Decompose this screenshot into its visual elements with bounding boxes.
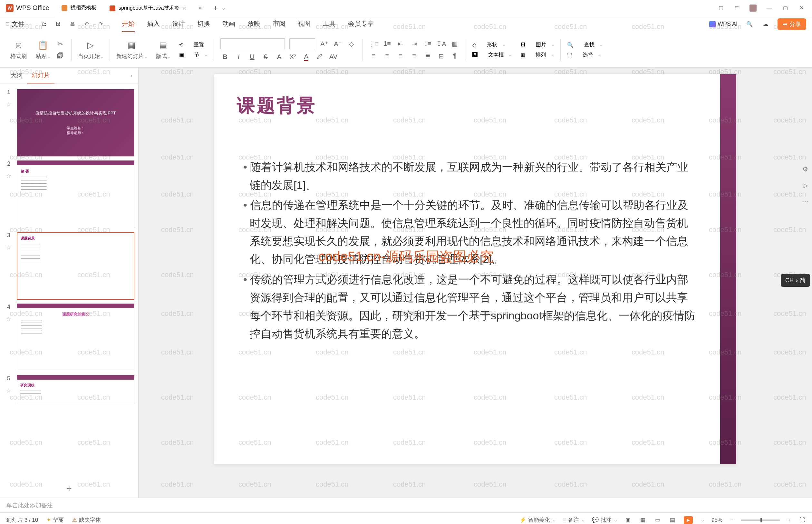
thumbnail-5[interactable]: 研究现状 ━━━━━━━━━━━━━━━━━━━━━━━━━━━━━━━━ bbox=[17, 375, 134, 404]
file-menu[interactable]: ≡ 文件 ⌵ bbox=[6, 20, 30, 28]
numbering-icon[interactable]: 1≡ bbox=[382, 39, 392, 48]
maximize-button[interactable]: ▢ bbox=[782, 4, 789, 12]
tab-home[interactable]: 开始 bbox=[122, 16, 135, 32]
text-effect-icon[interactable]: A bbox=[275, 52, 284, 62]
undo-icon[interactable]: ↶ bbox=[82, 20, 91, 28]
notes-bar[interactable]: 单击此处添加备注 bbox=[0, 497, 812, 512]
close-window-button[interactable]: ✕ bbox=[798, 4, 805, 12]
notes-view-icon[interactable]: ▤ bbox=[669, 517, 676, 524]
char-spacing-icon[interactable]: AV bbox=[329, 52, 338, 62]
slides-tab[interactable]: 幻灯片 bbox=[27, 68, 54, 83]
tab-slideshow[interactable]: 放映 bbox=[247, 16, 260, 32]
textbox-button[interactable]: 🅰 文本框⌵ bbox=[473, 52, 511, 58]
italic-icon[interactable]: I bbox=[234, 52, 243, 62]
superscript-icon[interactable]: X² bbox=[288, 52, 297, 62]
minimize-button[interactable]: — bbox=[766, 4, 773, 12]
thumbnail-3[interactable]: 课题背景 ━━━━━━━━━━━━━━━━━━━━━━━━━━━━━━━━━━━… bbox=[17, 232, 134, 300]
columns-icon[interactable]: ▦ bbox=[450, 39, 459, 48]
align-center-icon[interactable]: ≡ bbox=[382, 52, 392, 61]
bold-icon[interactable]: B bbox=[220, 52, 229, 62]
highlight-icon[interactable]: 🖍 bbox=[315, 52, 324, 62]
add-slide-button[interactable]: + bbox=[0, 479, 138, 497]
font-family-select[interactable] bbox=[220, 38, 285, 49]
open-icon[interactable]: 🗁 bbox=[40, 20, 48, 28]
line-spacing-icon[interactable]: ↕≡ bbox=[423, 39, 432, 48]
slide-title[interactable]: 课题背景 bbox=[237, 94, 317, 118]
outline-tab[interactable]: 大纲 bbox=[6, 68, 27, 83]
tab-design[interactable]: 设计 bbox=[172, 16, 185, 32]
increase-font-icon[interactable]: A⁺ bbox=[320, 39, 329, 48]
smart-beautify-button[interactable]: ⚡智能美化⌵ bbox=[519, 516, 555, 524]
new-tab-button[interactable]: + bbox=[209, 3, 222, 13]
save-icon[interactable]: 🖫 bbox=[54, 20, 63, 28]
reading-view-icon[interactable]: ▭ bbox=[654, 517, 661, 524]
theme-indicator[interactable]: ✦华丽 bbox=[46, 516, 64, 524]
zoom-value[interactable]: 95% bbox=[711, 517, 723, 523]
slideshow-dropdown[interactable]: ⌵ bbox=[701, 518, 704, 522]
strike-icon[interactable]: S̶ bbox=[261, 52, 270, 62]
cube-icon[interactable]: ⬚ bbox=[733, 4, 741, 12]
zoom-out-icon[interactable]: − bbox=[730, 517, 733, 523]
align-justify-icon[interactable]: ≡ bbox=[410, 52, 418, 61]
bullets-icon[interactable]: ⋮≡ bbox=[369, 39, 378, 48]
slide-canvas[interactable]: 课题背景 随着计算机技术和网络技术的不断发展，互联网成为一种新兴的行业。带动了各… bbox=[214, 74, 736, 464]
section-button[interactable]: ▣ 节⌵ bbox=[179, 52, 207, 58]
comments-toggle[interactable]: 💬批注⌵ bbox=[592, 516, 617, 524]
tab-document[interactable]: springboot基于Java技术疫 ⎚ × bbox=[103, 0, 209, 16]
zoom-slider[interactable] bbox=[741, 520, 780, 521]
picture-button[interactable]: 🖼 图片⌵ bbox=[520, 42, 554, 48]
star-icon[interactable]: ☆ bbox=[6, 315, 11, 323]
indent-left-icon[interactable]: ⇤ bbox=[396, 39, 405, 48]
close-icon[interactable]: × bbox=[199, 5, 202, 12]
missing-font-button[interactable]: ⚠缺失字体 bbox=[72, 516, 101, 524]
layout-button[interactable]: ▤ 版式⌵ bbox=[156, 39, 170, 60]
tab-review[interactable]: 审阅 bbox=[272, 16, 285, 32]
tab-templates[interactable]: 找稻壳模板 bbox=[55, 0, 103, 16]
redo-icon[interactable]: ↷ bbox=[97, 20, 105, 28]
print-icon[interactable]: 🖶 bbox=[68, 20, 77, 28]
zoom-in-icon[interactable]: + bbox=[788, 517, 791, 523]
grid-icon[interactable]: ▢ bbox=[717, 4, 724, 12]
fit-icon[interactable]: ⛶ bbox=[798, 517, 806, 524]
font-color-icon[interactable]: A bbox=[302, 52, 311, 62]
align-right-icon[interactable]: ≡ bbox=[396, 52, 405, 61]
clear-format-icon[interactable]: ◇ bbox=[347, 39, 356, 48]
arrange-button[interactable]: ▦ 排列⌵ bbox=[520, 52, 554, 58]
more-icon[interactable]: ⋯ bbox=[800, 197, 810, 206]
font-size-select[interactable] bbox=[289, 38, 315, 49]
underline-icon[interactable]: U bbox=[247, 52, 256, 62]
tab-member[interactable]: 会员专享 bbox=[348, 16, 374, 32]
cut-icon[interactable]: ✂ bbox=[56, 39, 65, 48]
share-button[interactable]: ➦ 分享 bbox=[778, 18, 806, 30]
align-distribute-icon[interactable]: ≣ bbox=[423, 52, 432, 61]
star-icon[interactable]: ☆ bbox=[6, 173, 11, 180]
select-button[interactable]: ⬚ 选择⌵ bbox=[567, 52, 602, 58]
properties-icon[interactable]: ⚙ bbox=[800, 164, 810, 174]
normal-view-icon[interactable]: ▣ bbox=[625, 517, 632, 524]
thumbnail-4[interactable]: 课题研究的意义 ━━━━━━━━━━━━━━━━━━━━━━━━━━━━━━━━… bbox=[17, 304, 134, 371]
thumbnail-2[interactable]: 摘 要 ━━━━━━━━━━━━━━━━━━━━━━━━━━━━━━━━━━━━… bbox=[17, 161, 134, 228]
notes-toggle[interactable]: ≡备注⌵ bbox=[563, 516, 584, 524]
tab-tools[interactable]: 工具 bbox=[323, 16, 336, 32]
animation-pane-icon[interactable]: ▷ bbox=[800, 180, 810, 190]
text-direction-icon[interactable]: ↧A bbox=[436, 39, 446, 48]
collapse-icon[interactable]: ‹ bbox=[130, 72, 132, 79]
align-left-icon[interactable]: ≡ bbox=[369, 52, 378, 61]
decrease-font-icon[interactable]: A⁻ bbox=[333, 39, 342, 48]
rtl-icon[interactable]: ¶ bbox=[450, 52, 459, 61]
from-current-button[interactable]: ▷ 当页开始⌵ bbox=[78, 39, 103, 60]
indent-right-icon[interactable]: ⇥ bbox=[410, 39, 418, 48]
shape-button[interactable]: ◇ 形状⌵ bbox=[473, 42, 511, 48]
cloud-icon[interactable]: ☁ bbox=[761, 20, 770, 28]
copy-icon[interactable]: 🗐 bbox=[56, 52, 65, 61]
search-icon[interactable]: 🔍 bbox=[745, 20, 754, 28]
tab-dropdown-icon[interactable]: ⌵ bbox=[222, 5, 225, 11]
avatar-icon[interactable] bbox=[749, 4, 757, 12]
tab-transition[interactable]: 切换 bbox=[197, 16, 210, 32]
star-icon[interactable]: ☆ bbox=[6, 387, 11, 394]
slide-body[interactable]: 随着计算机技术和网络技术的不断发展，互联网成为一种新兴的行业。带动了各行相关产业… bbox=[237, 158, 698, 344]
star-icon[interactable]: ☆ bbox=[6, 101, 11, 108]
slideshow-button[interactable]: ▶ bbox=[684, 516, 693, 524]
paste-button[interactable]: 📋 粘贴⌵ bbox=[36, 39, 50, 60]
vertical-align-icon[interactable]: ⊟ bbox=[436, 52, 446, 61]
